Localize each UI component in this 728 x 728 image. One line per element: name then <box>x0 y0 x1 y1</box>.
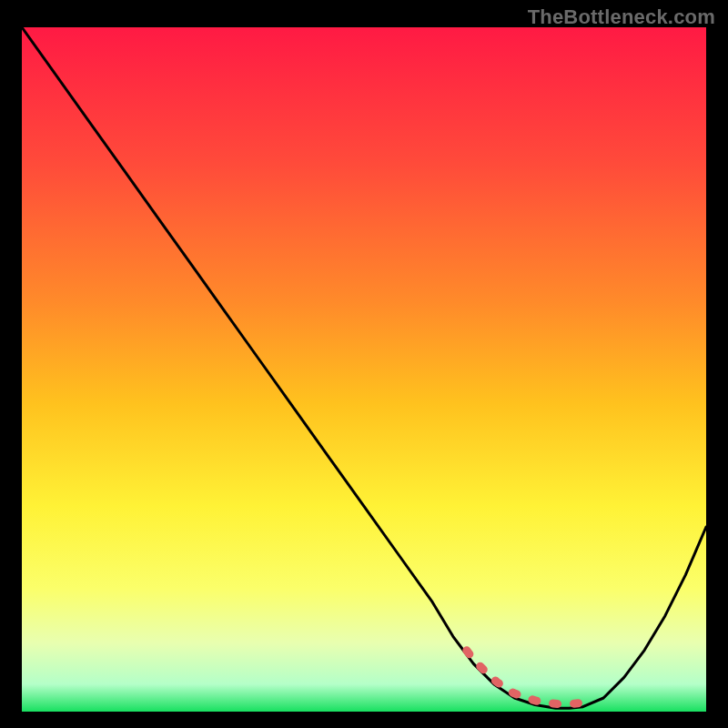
chart-frame: TheBottleneck.com <box>0 0 728 728</box>
attribution-label: TheBottleneck.com <box>528 5 715 29</box>
gradient-background <box>22 27 706 712</box>
bottleneck-chart <box>22 27 706 712</box>
